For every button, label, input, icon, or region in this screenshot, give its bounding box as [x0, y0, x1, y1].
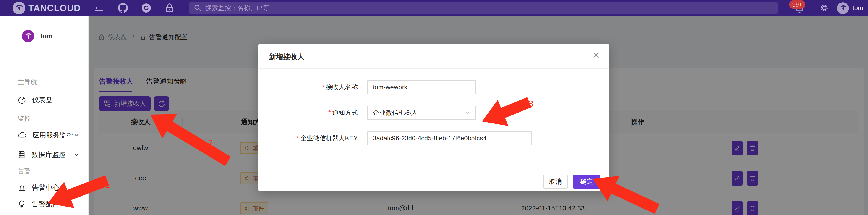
confirm-button[interactable]: 确定 — [573, 175, 600, 188]
sidebar-avatar — [22, 30, 34, 42]
siren-icon — [18, 184, 26, 192]
add-receiver-modal: 新增接收人 ✕ *接收人名称： *通知方式： 企业微信机器人 *企业微信机器人K… — [258, 44, 609, 191]
search-icon — [194, 4, 201, 12]
close-icon[interactable]: ✕ — [592, 51, 600, 60]
svg-text:G: G — [144, 4, 149, 11]
field-notify-method: *通知方式： 企业微信机器人 — [258, 106, 609, 120]
notification-badge: 99+ — [789, 0, 805, 9]
gear-icon[interactable] — [818, 0, 831, 16]
database-icon — [18, 151, 26, 159]
sidebar-username: tom — [40, 32, 53, 40]
dashboard-icon — [18, 96, 26, 104]
field-receiver-name: *接收人名称： — [258, 80, 609, 94]
cloud-icon — [18, 131, 27, 139]
sidebar-item-dashboard[interactable]: 仪表盘 — [18, 94, 82, 106]
wework-key-input[interactable] — [367, 131, 532, 145]
search-input[interactable] — [205, 4, 773, 12]
tancloud-logo-icon — [12, 2, 25, 14]
app-header: TANCLOUD G 99+ tom — [0, 0, 868, 16]
sidebar-item-database-monitor[interactable]: 数据库监控 — [18, 148, 82, 161]
sidebar: tom 主导航 仪表盘 监控 应用服务监控 数据库监控 告警 告警中心 告警配置… — [0, 16, 89, 215]
header-username[interactable]: tom — [852, 0, 863, 16]
sidebar-user[interactable]: tom — [0, 27, 88, 45]
sidebar-item-alert-config[interactable]: 告警配置 — [18, 198, 82, 210]
bulb-icon — [18, 200, 26, 208]
chevron-down-icon — [464, 110, 470, 116]
sidebar-item-alert-center[interactable]: 告警中心 — [18, 181, 82, 194]
github-icon[interactable] — [117, 0, 129, 16]
modal-title: 新增接收人 — [269, 52, 304, 62]
cancel-button[interactable]: 取消 — [543, 175, 568, 188]
search-bar[interactable] — [189, 2, 778, 14]
nav-group-monitor: 监控 — [18, 114, 31, 123]
sidebar-item-alert-notice[interactable]: 告警通知 — [18, 214, 82, 215]
lock-icon[interactable] — [164, 0, 175, 16]
chevron-down-icon — [73, 152, 80, 158]
chevron-down-icon — [73, 132, 80, 138]
gitee-icon[interactable]: G — [141, 0, 152, 16]
menu-fold-icon[interactable] — [94, 0, 105, 16]
field-wework-key: *企业微信机器人KEY： — [258, 131, 609, 145]
user-avatar[interactable] — [837, 2, 849, 14]
sidebar-item-app-service-monitor[interactable]: 应用服务监控 — [18, 129, 82, 142]
logo-text: TANCLOUD — [28, 0, 81, 16]
nav-group-alert: 告警 — [18, 166, 31, 176]
notify-method-select[interactable]: 企业微信机器人 — [367, 106, 476, 120]
nav-group-main: 主导航 — [18, 78, 37, 87]
receiver-name-input[interactable] — [367, 80, 476, 94]
